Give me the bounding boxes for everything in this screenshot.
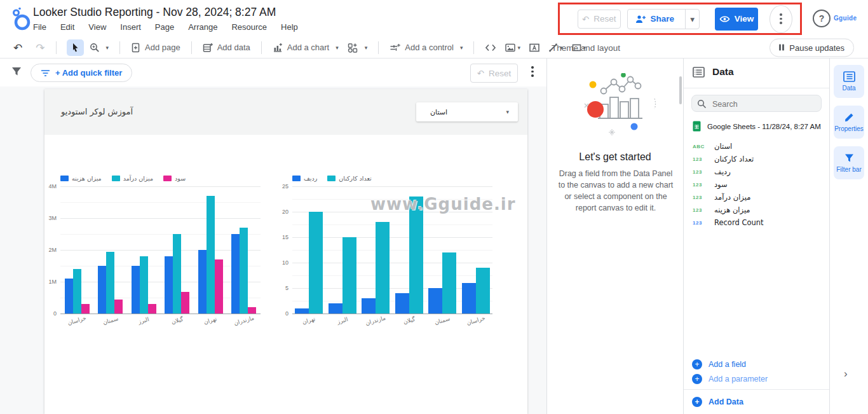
insert-image-button[interactable]: ▾ (505, 43, 520, 52)
report-page[interactable]: آموزش لوکر استودیو استان ▾ میزان هزینهمی… (44, 89, 527, 414)
legend-swatch (60, 176, 69, 181)
menu-item-help[interactable]: Help (281, 22, 298, 32)
bar (248, 307, 256, 314)
data-source-label: Google Sheets - 11/28/24, 8:27 AM (707, 123, 821, 130)
x-axis: تهرانالبرزمازندرانگیلانسمنانخراسان (292, 317, 492, 324)
data-panel-title: Data (712, 66, 734, 78)
filter-reset-button[interactable]: ↶ Reset (470, 64, 518, 83)
chart-legend: میزان هزینهمیزان درآمدسود (60, 174, 261, 182)
theme-and-layout-label[interactable]: Theme and layout (552, 43, 620, 52)
help-button[interactable]: ? (813, 10, 831, 27)
add-page-label: Add page (145, 43, 180, 52)
data-source-row[interactable]: Google Sheets - 11/28/24, 8:27 AM (693, 121, 821, 132)
legend-label: میزان هزینه (72, 175, 102, 182)
canvas-title-text[interactable]: آموزش لوکر استودیو (61, 107, 133, 116)
menu-item-arrange[interactable]: Arrange (188, 22, 217, 32)
add-a-parameter-button[interactable]: + Add a parameter (684, 371, 829, 386)
add-chart-label: Add a chart (287, 43, 330, 52)
pause-updates-button[interactable]: Pause updates (770, 38, 854, 57)
bar (442, 252, 456, 314)
menu-item-insert[interactable]: Insert (120, 22, 141, 32)
zoom-tool-button[interactable]: ▾ (90, 43, 109, 53)
insert-text-button[interactable] (529, 43, 539, 52)
add-data-button[interactable]: Add data (203, 43, 250, 53)
province-dropdown-control[interactable]: استان ▾ (416, 102, 518, 121)
menu-item-resource[interactable]: Resource (231, 22, 267, 32)
add-quick-filter-button[interactable]: + Add quick filter (31, 64, 132, 82)
report-title[interactable]: Looker Studio Reporting - Nov 28, 2024; … (33, 6, 276, 19)
collapse-panel-chevron[interactable]: › (844, 368, 848, 380)
scrollbar-thumb[interactable] (679, 76, 682, 104)
kebab-icon (780, 13, 782, 24)
report-canvas[interactable]: آموزش لوکر استودیو استان ▾ میزان هزینهمی… (0, 86, 546, 414)
bar (476, 268, 490, 314)
bar-chart-finance[interactable]: میزان هزینهمیزان درآمدسود 4M3M2M1M0 خراس… (60, 174, 261, 324)
bar (329, 303, 342, 314)
add-a-field-label: Add a field (709, 360, 746, 369)
field-row[interactable]: ABCاستان (693, 140, 820, 153)
gguide-brand: Gguide (834, 15, 857, 22)
reset-button[interactable]: ↶ Reset (578, 10, 621, 29)
cursor-icon (71, 43, 79, 52)
x-axis-label: تهران (292, 313, 326, 328)
y-tick-label: 2M (48, 247, 57, 253)
legend-item: میزان درآمد (112, 175, 153, 182)
y-tick-label: 0 (285, 310, 288, 317)
bar (140, 256, 148, 314)
bar (231, 234, 240, 314)
share-label: Share (651, 14, 675, 24)
x-axis-label: البرز (127, 313, 161, 328)
legend-item: سود (163, 175, 186, 182)
add-chart-button[interactable]: Add a chart ▾ (273, 43, 339, 53)
app-header: Looker Studio Reporting - Nov 28, 2024; … (0, 0, 868, 37)
menu-item-edit[interactable]: Edit (60, 22, 74, 32)
right-rail: Data Properties Filter bar › (830, 59, 868, 414)
field-row[interactable]: 123میزان درآمد (693, 191, 820, 204)
bar (207, 196, 215, 314)
field-row[interactable]: 123سود (693, 178, 820, 191)
bars (60, 186, 261, 314)
tab-filter-bar[interactable]: Filter bar (834, 146, 864, 179)
x-axis-label: مازندران (359, 313, 393, 328)
share-button[interactable]: Share ▾ (627, 9, 700, 29)
menu-item-view[interactable]: View (88, 22, 106, 32)
add-a-field-button[interactable]: + Add a field (684, 357, 829, 371)
tab-properties[interactable]: Properties (834, 106, 864, 139)
redo-button[interactable]: ↷ (36, 41, 44, 54)
y-axis: 4M3M2M1M0 (44, 186, 57, 314)
more-options-button[interactable] (770, 5, 792, 33)
field-name: استان (714, 142, 732, 151)
bar (309, 212, 323, 314)
embed-url-button[interactable] (485, 43, 496, 52)
add-control-button[interactable]: Add a control ▾ (390, 43, 463, 52)
tab-properties-label: Properties (834, 125, 864, 132)
undo-button[interactable]: ↶ (13, 41, 22, 54)
chevron-down-icon: ▾ (460, 45, 463, 51)
tab-data[interactable]: Data (834, 65, 864, 98)
bar (428, 288, 442, 314)
bar-group (198, 186, 223, 314)
filter-bar-more-button[interactable] (531, 66, 534, 77)
bar-group (65, 186, 90, 314)
bar (342, 237, 356, 314)
add-data-button[interactable]: + Add Data (684, 394, 829, 410)
select-tool-button[interactable] (67, 39, 84, 56)
search-box[interactable] (691, 95, 822, 112)
share-caret-icon[interactable]: ▾ (685, 10, 699, 29)
community-visualizations-button[interactable]: ▾ (348, 43, 368, 53)
x-axis-label: خراسان (60, 313, 94, 328)
getting-started-title: Let's get started (547, 151, 683, 163)
chevron-down-icon: ▾ (365, 45, 368, 51)
add-page-button[interactable]: Add page (131, 43, 180, 53)
field-row[interactable]: 123ردیف (693, 165, 820, 178)
field-row[interactable]: 123Record Count (693, 216, 820, 229)
add-chart-icon (273, 43, 283, 53)
field-row[interactable]: 123تعداد کارکنان (693, 153, 820, 165)
menu-item-page[interactable]: Page (155, 22, 174, 32)
search-input[interactable] (711, 96, 818, 112)
menu-item-file[interactable]: File (33, 22, 46, 32)
field-row[interactable]: 123میزان هزینه (693, 204, 820, 216)
add-data-icon (203, 43, 213, 53)
bar (215, 259, 223, 314)
view-button[interactable]: View (715, 8, 758, 31)
